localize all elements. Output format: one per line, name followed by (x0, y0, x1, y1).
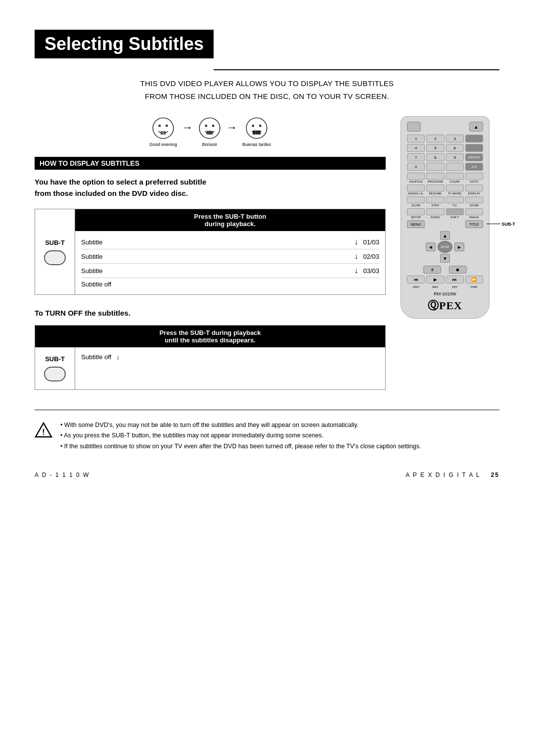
smiley-label-1: Good evening (149, 142, 177, 147)
svg-point-1 (158, 125, 161, 127)
btn-repeat: REPEAT (465, 153, 483, 161)
svg-point-6 (205, 125, 207, 127)
warning-bullet-3: • If the subtitles continue to show on y… (60, 441, 421, 452)
smiley-label-3: Buenas tardes (242, 142, 271, 147)
footer-model: A D - 1 1 1 0 W (35, 472, 89, 478)
btn-misc (426, 163, 444, 171)
kodak-btn: KODAK I.E. (407, 185, 425, 195)
smiley-good-evening: Good evening (149, 116, 177, 147)
btn-3: 3 (446, 135, 464, 142)
btn-vol: - (465, 135, 483, 142)
demo2-left: SUB-T (35, 347, 75, 389)
tv-btn: T.V. (446, 196, 464, 207)
clear-btn: CLEAR (446, 173, 464, 183)
smiley-bonsoir: Bonsoir (198, 116, 222, 147)
warning-bullet-2: • As you press the SUB-T button, the sub… (60, 430, 421, 441)
demo2-subtitle-off: Subtitle off (81, 353, 111, 361)
display-btn: DISPLAY (465, 185, 483, 195)
demo2-row: Subtitle off ↓ (81, 353, 379, 361)
demo-row-4-text: Subtitle off (81, 281, 379, 288)
title-btn: TITLE (465, 220, 483, 228)
btn-7: 7 (407, 153, 425, 161)
remote-transport-labels: -SKP- REV 1BY FWD (407, 285, 483, 288)
press-sub-t2-line1: Press the SUB-T during playback (41, 329, 379, 336)
smiley-row: Good evening → Bonsoir → (35, 116, 386, 147)
demo-row-3-arrow: ↓ (354, 266, 358, 275)
subtitle-instruction-line2: from those included on the DVD video dis… (35, 188, 386, 199)
demo2-right: Subtitle off ↓ (75, 347, 385, 389)
dpad-center: ENTER (438, 241, 452, 253)
warning-triangle-icon: ! (35, 421, 52, 439)
page: Selecting Subtitles THIS DVD VIDEO PLAYE… (0, 0, 534, 756)
remote-dpad: ▲ ◄ ENTER ► ▼ (407, 231, 483, 263)
demo-row-2-text: Subtitle (81, 253, 349, 260)
remote-section: ▲ 1 2 3 - 4 5 6 7 8 9 (400, 116, 499, 319)
angle-btn: ANGLE (465, 208, 483, 219)
demo-row-1-num: 01/03 (363, 238, 379, 246)
demo-row-1: Subtitle ↓ 01/03 (81, 235, 379, 249)
menu-btn: MENU (407, 220, 425, 228)
demo-row-4: Subtitle off (81, 278, 379, 290)
subtitle-instruction-line1: You have the option to select a preferre… (35, 177, 386, 188)
press-sub-t2-line2: until the subtitles disappears. (41, 336, 379, 344)
eject-button: ▲ (469, 122, 483, 132)
press-sub-t-line2: during playback. (81, 220, 379, 228)
turn-off-header: To TURN OFF the subtitles. (35, 309, 386, 317)
svg-point-11 (246, 118, 267, 139)
btn-4: 4 (407, 144, 425, 152)
btn-6: 6 (446, 144, 464, 152)
remote-num-grid: 1 2 3 - 4 5 6 7 8 9 REPEAT 0 (407, 135, 483, 171)
demo-row-3: Subtitle ↓ 03/03 (81, 264, 379, 278)
remote-pause-stop-row: ⏸ ⏹ (407, 266, 483, 274)
left-section: Good evening → Bonsoir → (35, 116, 386, 390)
remote-top-row: ▲ (407, 122, 483, 132)
subtitle-instruction: You have the option to select a preferre… (35, 177, 386, 199)
svg-point-0 (153, 118, 174, 139)
page-number: 25 (491, 472, 499, 478)
arrow-2: → (226, 121, 237, 134)
smiley-icon-3 (245, 116, 268, 140)
shuffle-btn: SHUFFLE (407, 173, 425, 183)
resume-btn: RESUME (426, 185, 444, 195)
svg-text:!: ! (42, 428, 44, 436)
demo-row-1-text: Subtitle (81, 238, 349, 246)
demo-row-3-text: Subtitle (81, 267, 349, 275)
dpad-right: ► (454, 242, 464, 251)
title-divider (214, 69, 499, 70)
btn-2: 2 (426, 135, 444, 142)
svg-rect-8 (207, 131, 213, 135)
apex-logo: ⓆPEX (407, 298, 483, 313)
slow-btn: SLOW (407, 196, 425, 207)
demo-rows: Subtitle ↓ 01/03 Subtitle ↓ 02/03 Subtit… (75, 231, 385, 294)
sub-t-button-1 (44, 250, 66, 265)
remote-menu-title-row: MENU TITLE (407, 220, 483, 228)
title-row: Selecting Subtitles (35, 30, 499, 73)
demo-box-2: Press the SUB-T during playback until th… (35, 325, 386, 390)
smiley-icon-2 (198, 116, 222, 140)
mode-btn: TV MODE (446, 185, 464, 195)
btn-0: 0 (407, 163, 425, 171)
intro-line1: THIS DVD VIDEO PLAYER ALLOWS YOU TO DISP… (35, 77, 499, 90)
setup-btn: SETUP (407, 208, 425, 219)
demo-box-1: SUB-T Press the SUB-T button during play… (35, 209, 386, 295)
smiley-buenas-tardes: Buenas tardes (242, 116, 271, 147)
svg-point-5 (199, 118, 220, 139)
intro-line2: FROM THOSE INCLUDED ON THE DISC, ON TO Y… (35, 90, 499, 103)
demo-instruction-1: Press the SUB-T button during playback. (75, 209, 385, 231)
how-to-header: HOW TO DISPLAY SUBTITLES (35, 157, 386, 170)
svg-point-2 (166, 125, 168, 127)
fwd-label: FWD (465, 285, 483, 288)
warning-icon: ! (35, 421, 52, 442)
play-btn: ▶ (426, 276, 444, 284)
warning-bullet-1: • With some DVD's, you may not be able t… (60, 420, 421, 430)
btn-extra: A+B (465, 163, 483, 171)
dpad-left: ◄ (426, 242, 436, 251)
demo-row-1-arrow: ↓ (354, 237, 358, 246)
sub-t-remote-btn: SUB.T (446, 208, 464, 219)
svg-rect-14 (253, 131, 261, 135)
sub-t-label-1: SUB-T (45, 239, 65, 246)
btn-vol2 (465, 144, 483, 152)
warning-section: ! • With some DVD's, you may not be able… (35, 410, 499, 452)
smiley-icon-1 (151, 116, 175, 140)
demo2-instruction: Press the SUB-T during playback until th… (35, 326, 385, 347)
